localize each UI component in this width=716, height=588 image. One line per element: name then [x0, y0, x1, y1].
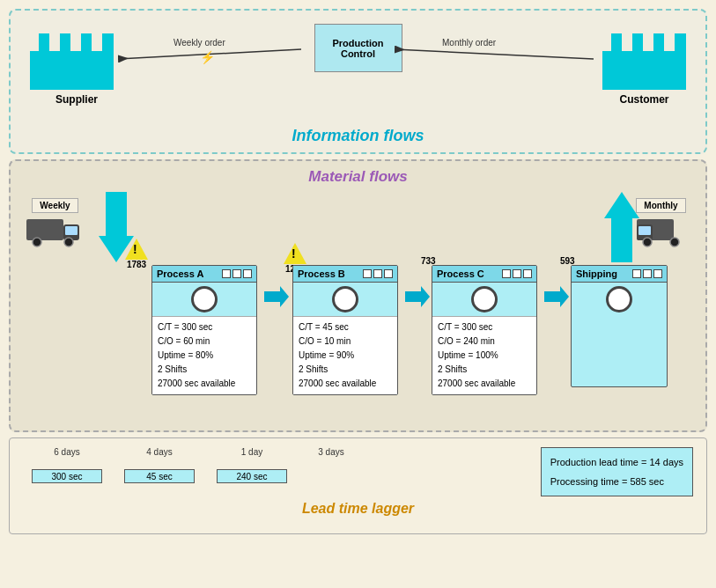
lead-block-1: 6 days 300 sec: [23, 447, 111, 483]
machine-icon-a: [191, 286, 218, 312]
truck-left-svg: [26, 216, 84, 249]
customer-arrow-up: [604, 192, 639, 264]
material-flows-label: Material flows: [19, 168, 697, 186]
svg-point-17: [643, 238, 652, 246]
box2s: [643, 269, 652, 278]
prod-control-box: Production Control: [314, 24, 402, 72]
supplier-label: Supplier: [37, 93, 116, 106]
process-c-uptime: Uptime = 100%: [438, 349, 531, 363]
lead-block-2: 4 days 45 sec: [111, 447, 208, 483]
process-b-header: Process B: [293, 266, 397, 283]
process-b-title: Process B: [298, 268, 345, 279]
svg-text:Monthly order: Monthly order: [442, 38, 497, 48]
info-flows-label: Information flows: [11, 127, 705, 145]
svg-marker-1: [602, 33, 686, 90]
process-b-block: Process B C/T = 45 sec C/O = 10 min: [292, 265, 398, 395]
prod-lead-time-label: Production lead time = 14 days: [550, 452, 683, 472]
shipping-title: Shipping: [576, 268, 617, 279]
machine-icon-ship: [606, 286, 632, 312]
process-c-icons: [432, 283, 536, 316]
box1s: [632, 269, 641, 278]
process-c-box: Process C C/T = 300 sec C/O = 240 min: [432, 265, 537, 395]
process-c-block: Process C C/T = 300 sec C/O = 240 min: [432, 265, 537, 395]
svg-rect-9: [26, 219, 63, 240]
process-c-ct: C/T = 300 sec: [438, 320, 531, 334]
time-bar-2: 45 sec: [124, 469, 195, 483]
days-3: 1 day: [241, 447, 262, 457]
shipping-header: Shipping: [572, 266, 667, 283]
lead-block-3: 1 day 240 sec: [208, 447, 296, 483]
info-flows-zone: Supplier Customer Production Control: [9, 9, 707, 154]
svg-text:Weekly order: Weekly order: [173, 38, 225, 48]
process-b-shifts: 2 Shifts: [299, 363, 392, 377]
process-b-uptime: Uptime = 90%: [299, 349, 392, 363]
process-c-shifts: 2 Shifts: [438, 363, 531, 377]
customer-factory: [602, 26, 686, 90]
process-a-block: Process A C/T = 300 sec C/O = 60 min: [151, 265, 257, 395]
arrow-c-ship: [544, 265, 569, 311]
process-b-box: Process B C/T = 45 sec C/O = 10 min: [292, 265, 398, 395]
process-b-co: C/O = 10 min: [299, 334, 392, 349]
process-a-co: C/O = 60 min: [158, 334, 251, 349]
weekly-truck: Weekly: [26, 198, 84, 249]
svg-marker-0: [30, 33, 114, 90]
process-b-info: C/T = 45 sec C/O = 10 min Uptime = 90% 2…: [293, 316, 397, 394]
svg-marker-22: [405, 286, 430, 307]
shipping-box: Shipping: [571, 265, 668, 387]
lead-time-label: Lead time lagger: [23, 501, 693, 517]
shipping-small-boxes: [632, 269, 662, 278]
processing-time-label: Processing time = 585 sec: [550, 472, 683, 491]
days-2: 4 days: [146, 447, 172, 457]
inventory-1: ! 1783: [125, 239, 148, 269]
machine-icon-c: [471, 286, 498, 312]
box1b: [363, 269, 372, 278]
lead-time-info-box: Production lead time = 14 days Processin…: [541, 447, 693, 496]
svg-line-7: [395, 49, 594, 59]
process-c-header: Process C: [432, 266, 536, 283]
lead-block-4: 3 days: [296, 447, 366, 483]
svg-marker-23: [544, 286, 569, 307]
process-a-shifts: 2 Shifts: [158, 363, 251, 377]
material-flows-zone: Material flows Weekly Monthly: [9, 159, 707, 432]
process-a-title: Process A: [157, 268, 203, 279]
box3b: [384, 269, 393, 278]
process-a-icons: [152, 283, 256, 316]
box2: [233, 269, 241, 278]
box3s: [653, 269, 662, 278]
supplier-factory: [30, 26, 114, 90]
process-a-avail: 27000 sec available: [158, 377, 251, 391]
box3c: [523, 269, 532, 278]
svg-point-12: [33, 238, 41, 246]
machine-icon-b: [332, 286, 358, 312]
customer-label: Customer: [602, 93, 686, 106]
arrow-b-c: [405, 265, 430, 311]
process-b-avail: 27000 sec available: [299, 377, 392, 391]
process-a-small-boxes: [222, 269, 252, 278]
process-b-small-boxes: [363, 269, 393, 278]
prod-control-label: Production Control: [332, 38, 383, 59]
shipping-spacer: [572, 316, 667, 386]
box2b: [373, 269, 382, 278]
days-4: 3 days: [318, 447, 343, 457]
svg-rect-16: [638, 226, 651, 235]
svg-marker-20: [604, 192, 639, 262]
process-c-title: Process C: [437, 268, 484, 279]
truck-right-svg: [632, 216, 690, 249]
process-b-icons: [293, 283, 397, 316]
box1c: [502, 269, 511, 278]
process-a-info: C/T = 300 sec C/O = 60 min Uptime = 80% …: [152, 316, 256, 394]
process-a-box: Process A C/T = 300 sec C/O = 60 min: [151, 265, 257, 395]
process-c-co: C/O = 240 min: [438, 334, 531, 349]
svg-text:⚡: ⚡: [200, 50, 216, 65]
svg-point-13: [64, 238, 73, 246]
time-bar-1: 300 sec: [32, 469, 102, 483]
lead-time-row: 6 days 300 sec 4 days 45 sec 1 day 240 s…: [23, 447, 693, 496]
shipping-block: Shipping: [571, 265, 668, 387]
box1: [222, 269, 231, 278]
prod-control-line2: Control: [341, 48, 375, 59]
lead-time-zone: 6 days 300 sec 4 days 45 sec 1 day 240 s…: [9, 437, 707, 534]
svg-point-18: [670, 238, 679, 246]
svg-marker-21: [264, 286, 289, 307]
time-bar-3: 240 sec: [217, 469, 287, 483]
process-c-avail: 27000 sec available: [438, 377, 531, 391]
